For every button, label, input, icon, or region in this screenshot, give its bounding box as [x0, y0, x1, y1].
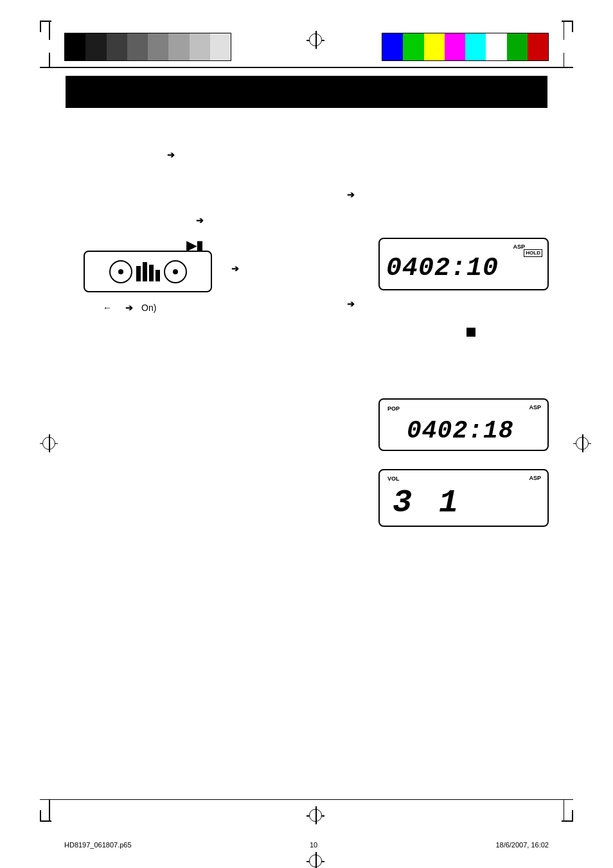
- main-lcd-hold-label: HOLD: [524, 249, 542, 257]
- right-reel: [164, 260, 187, 283]
- tick-top-right: [564, 53, 565, 67]
- gs-bar-4: [127, 33, 148, 60]
- footer: HD8197_061807.p65 10 18/6/2007, 16:02: [64, 841, 549, 849]
- arrow-2: ➔: [347, 190, 355, 200]
- gs-bar-3: [107, 33, 127, 60]
- tick-bottom-right: [564, 800, 565, 814]
- gs-bar-2: [85, 33, 106, 60]
- footer-date: 18/6/2007, 16:02: [495, 841, 549, 849]
- vol-lcd: VOL ASP 3 1: [378, 469, 549, 527]
- black-banner: [66, 76, 547, 108]
- cb-yellow: [424, 33, 445, 60]
- arrow-to-tape: ➔: [231, 263, 239, 274]
- cb-blue: [382, 33, 403, 60]
- grayscale-bars: [64, 33, 231, 61]
- arrow-after-lcd: ➔: [347, 299, 355, 309]
- main-lcd-text: 0402:10: [386, 256, 499, 281]
- vline-tr: [564, 21, 565, 40]
- gs-bar-1: [65, 33, 85, 60]
- footer-filename: HD8197_061807.p65: [64, 841, 132, 849]
- tape-bars: [136, 262, 160, 281]
- tick-top-left: [49, 53, 50, 67]
- cb-red: [528, 33, 548, 60]
- tape-left-arrow: ←: [103, 303, 112, 313]
- color-bars-container: [382, 31, 549, 63]
- gs-bar-8: [210, 33, 231, 60]
- pop-lcd-text: 0402:18: [407, 419, 514, 443]
- color-bars: [382, 33, 549, 61]
- main-lcd-asp-label: ASP: [513, 244, 525, 250]
- pop-lcd: POP ASP 0402:18: [378, 398, 549, 451]
- main-lcd: ASP HOLD 0402:10: [378, 238, 549, 290]
- tape-right-arrow: ➔: [125, 303, 133, 313]
- vol-lcd-vol-label: VOL: [387, 475, 400, 482]
- grayscale-bars-container: [64, 31, 231, 63]
- gs-bar-6: [168, 33, 189, 60]
- cb-green: [403, 33, 423, 60]
- vol-lcd-asp-label: ASP: [529, 475, 541, 481]
- cb-dkgreen: [507, 33, 528, 60]
- vline-tl: [49, 21, 50, 40]
- arrow-1: ➔: [167, 150, 175, 160]
- h-rule-top: [40, 67, 573, 68]
- cb-magenta: [445, 33, 465, 60]
- tape-unit: ← ➔ On): [84, 251, 218, 299]
- gs-bar-7: [190, 33, 210, 60]
- stop-icon: [466, 328, 475, 337]
- pop-lcd-asp-label: ASP: [529, 404, 541, 411]
- arrow-3: ➔: [196, 215, 204, 226]
- gs-bar-5: [148, 33, 168, 60]
- tape-on-label: On): [141, 303, 156, 313]
- vol-lcd-text: 3 1: [393, 487, 462, 519]
- left-reel: [109, 260, 132, 283]
- tick-bottom-left: [49, 800, 50, 814]
- footer-page-number: 10: [310, 841, 317, 849]
- cb-cyan: [465, 33, 486, 60]
- pop-lcd-prefix: POP: [387, 405, 400, 412]
- cb-white: [486, 33, 506, 60]
- h-rule-bottom: [40, 799, 573, 801]
